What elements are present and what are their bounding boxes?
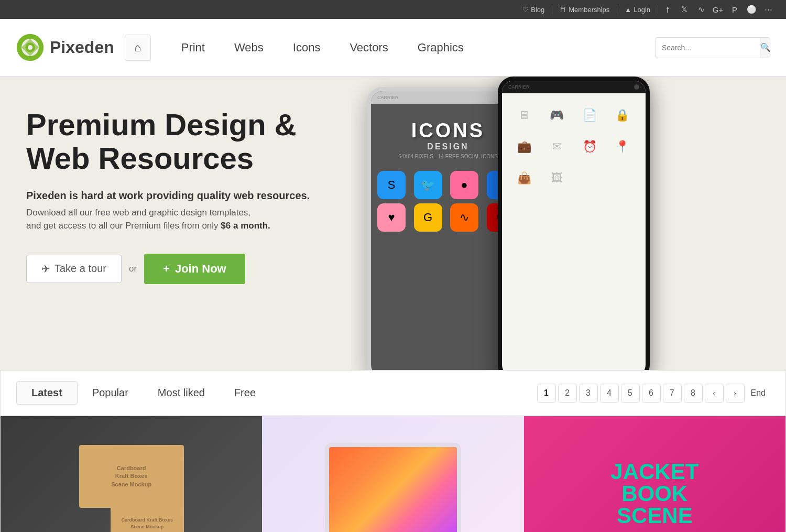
gamepad-line-icon: 🎮 <box>545 104 569 127</box>
person-icon: ▲ <box>625 6 631 14</box>
hero-content: Premium Design & Web Resources Pixeden i… <box>0 77 351 370</box>
header: Pixeden ⌂ Print Webs Icons Vectors Graph… <box>0 19 786 77</box>
lock-line-icon: 🔒 <box>611 104 634 127</box>
monitor-line-icon: 🖥 <box>512 104 536 127</box>
phone-notch-black: CARRIER <box>502 81 646 93</box>
pagination: 1 2 3 4 5 6 7 8 ‹ › End <box>537 384 770 403</box>
wallet-line-icon: 👜 <box>512 167 536 190</box>
page-7[interactable]: 7 <box>663 384 682 403</box>
end-label[interactable]: End <box>747 388 770 398</box>
main-nav: Print Webs Icons Vectors Graphics <box>167 41 655 55</box>
phone-screen-black: CARRIER 🖥 🎮 📄 🔒 💼 ✉ ⏰ 📍 👜 🖼 <box>502 81 646 370</box>
logo-text: Pixeden <box>50 38 114 57</box>
hero-image: CARRIER ICONS DESIGN 64X64 PIXELS - 14 F… <box>351 77 786 370</box>
twitter-icon[interactable]: 𝕏 <box>677 2 692 17</box>
card-kraft-boxes[interactable]: CardboardKraft BoxesScene Mockup Cardboa… <box>1 416 262 532</box>
blog-link[interactable]: ♡ Blog <box>517 6 550 14</box>
large-box: CardboardKraft BoxesScene Mockup <box>79 445 184 508</box>
box-mockup: CardboardKraft BoxesScene Mockup Cardboa… <box>79 445 184 532</box>
icons-design-subtitle: DESIGN <box>379 142 517 151</box>
box-small-label: Cardboard Kraft BoxesScene Mockup <box>117 513 177 532</box>
card1-bg: CardboardKraft BoxesScene Mockup Cardboa… <box>1 416 262 532</box>
heart-app-icon: ♥ <box>377 203 406 232</box>
nav-print[interactable]: Print <box>167 41 220 55</box>
divider <box>552 5 552 14</box>
memberships-link[interactable]: ⛩ Memberships <box>554 6 615 14</box>
page-3[interactable]: 3 <box>579 384 598 403</box>
hero-title: Premium Design & Web Resources <box>26 108 325 175</box>
divider <box>658 5 658 14</box>
phone-camera-black <box>634 84 639 90</box>
tag-icon: ⛩ <box>560 6 566 14</box>
take-tour-button[interactable]: ✈ Take a tour <box>26 255 122 283</box>
googleplus-icon[interactable]: G+ <box>711 2 725 17</box>
card2-bg <box>262 416 523 532</box>
page-4[interactable]: 4 <box>600 384 619 403</box>
small-box: Cardboard Kraft BoxesScene Mockup <box>111 503 184 532</box>
card3-bg: JACKETBOOKSCENE PSD GRAPHIC RESOURCE MOC… <box>524 416 785 532</box>
page-6[interactable]: 6 <box>642 384 661 403</box>
location-line-icon: 📍 <box>611 135 634 158</box>
white-phone-icons: 🖥 🎮 📄 🔒 💼 ✉ ⏰ 📍 👜 🖼 <box>502 93 646 200</box>
tab-popular[interactable]: Popular <box>78 382 143 404</box>
search-box: 🔍 <box>655 37 770 58</box>
phone-black: CARRIER 🖥 🎮 📄 🔒 💼 ✉ ⏰ 📍 👜 🖼 <box>498 77 650 370</box>
or-text: or <box>129 264 137 274</box>
logo[interactable]: Pixeden <box>16 33 114 62</box>
rss-icon[interactable]: ∿ <box>694 2 708 17</box>
page-8[interactable]: 8 <box>684 384 703 403</box>
imac-screen <box>325 443 461 532</box>
nav-graphics[interactable]: Graphics <box>403 41 478 55</box>
page-2[interactable]: 2 <box>558 384 577 403</box>
nav-vectors[interactable]: Vectors <box>335 41 402 55</box>
book-title: JACKETBOOKSCENE <box>590 461 719 527</box>
tabs-bar: Latest Popular Most liked Free 1 2 3 4 5… <box>1 371 785 416</box>
box-label: CardboardKraft BoxesScene Mockup <box>107 460 156 493</box>
book-overlay: JACKETBOOKSCENE PSD GRAPHIC RESOURCE MOC… <box>590 461 719 532</box>
briefcase-line-icon: 💼 <box>512 135 536 158</box>
google-app-icon: G <box>414 203 442 232</box>
logo-icon <box>16 33 45 62</box>
card-book[interactable]: JACKETBOOKSCENE PSD GRAPHIC RESOURCE MOC… <box>524 416 785 532</box>
join-now-button[interactable]: + Join Now <box>144 254 245 284</box>
chat-icon: ♡ <box>522 6 529 14</box>
dribbble-icon[interactable]: ⚪ <box>744 2 759 17</box>
hero-buttons: ✈ Take a tour or + Join Now <box>26 254 325 284</box>
hero-subtext: Download all our free web and graphic de… <box>26 206 325 233</box>
facebook-icon[interactable]: f <box>660 2 675 17</box>
tab-most-liked[interactable]: Most liked <box>143 382 220 404</box>
email-line-icon: ✉ <box>545 135 569 158</box>
login-link[interactable]: ▲ Login <box>619 6 656 14</box>
skype-icon: S <box>377 171 406 199</box>
card-imac-image <box>262 416 523 532</box>
page-5[interactable]: 5 <box>621 384 640 403</box>
home-button[interactable]: ⌂ <box>125 35 151 61</box>
tab-free[interactable]: Free <box>220 382 270 404</box>
icons-design-title: ICONS <box>379 120 517 142</box>
home-icon: ⌂ <box>134 41 141 55</box>
search-button[interactable]: 🔍 <box>760 38 770 58</box>
nav-webs[interactable]: Webs <box>220 41 278 55</box>
imac-mockup <box>325 443 461 532</box>
search-icon: 🔍 <box>760 42 770 52</box>
tab-latest[interactable]: Latest <box>16 381 78 405</box>
more-icon[interactable]: ⋯ <box>761 2 776 17</box>
search-input[interactable] <box>656 44 760 52</box>
person-add-icon: + <box>163 262 170 276</box>
page-1[interactable]: 1 <box>537 384 556 403</box>
pinterest-icon[interactable]: P <box>727 2 742 17</box>
clock-line-icon: ⏰ <box>578 135 601 158</box>
icons-size-label: 64X64 PIXELS - 14 FREE SOCIAL ICONS <box>379 154 517 159</box>
topbar: ♡ Blog ⛩ Memberships ▲ Login f 𝕏 ∿ G+ P … <box>0 0 786 19</box>
phone-mockup-container: CARRIER ICONS DESIGN 64X64 PIXELS - 14 F… <box>351 77 786 370</box>
svg-point-3 <box>28 45 32 50</box>
dribbble-app-icon: ● <box>450 171 478 199</box>
next-page-button[interactable]: › <box>726 384 745 403</box>
rss-app-icon: ∿ <box>450 203 478 232</box>
prev-page-button[interactable]: ‹ <box>705 384 724 403</box>
nav-icons[interactable]: Icons <box>278 41 335 55</box>
divider <box>617 5 617 14</box>
card-imac[interactable] <box>262 416 523 532</box>
photo-line-icon: 🖼 <box>545 167 569 190</box>
paper-plane-icon: ✈ <box>41 263 50 275</box>
